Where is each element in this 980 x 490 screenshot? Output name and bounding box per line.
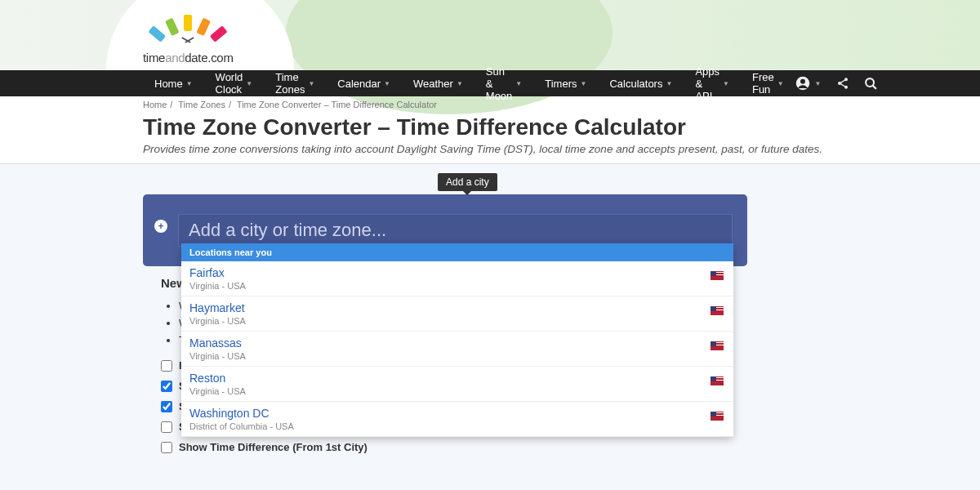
page-title: Time Zone Converter – Time Difference Ca… — [143, 114, 686, 140]
add-city-tooltip: Add a city — [438, 173, 497, 191]
city-region: Virginia - USA — [189, 386, 725, 396]
share-icon[interactable] — [836, 77, 849, 90]
svg-point-5 — [866, 78, 874, 87]
city-name: Fairfax — [189, 266, 725, 279]
logo-clock-icon — [180, 39, 196, 49]
site-logo[interactable]: timeanddate.com — [143, 7, 234, 65]
flag-us-icon — [710, 341, 724, 350]
nav-sun-moon[interactable]: Sun & Moon▼ — [474, 70, 533, 96]
nav-world-clock[interactable]: World Clock▼ — [204, 70, 265, 96]
nav-calculators[interactable]: Calculators▼ — [598, 70, 684, 96]
logo-bars-icon — [143, 7, 234, 39]
chevron-down-icon: ▼ — [777, 80, 784, 87]
chevron-down-icon: ▼ — [246, 80, 252, 87]
city-dropdown: Locations near you Fairfax Virginia - US… — [181, 243, 733, 437]
city-region: Virginia - USA — [189, 316, 725, 326]
chevron-down-icon: ▼ — [666, 80, 672, 87]
city-input[interactable] — [178, 214, 733, 247]
chevron-down-icon: ▼ — [186, 80, 193, 87]
nav-home[interactable]: Home▼ — [143, 70, 204, 96]
city-region: District of Columbia - USA — [189, 421, 725, 431]
main-nav: Home▼ World Clock▼ Time Zones▼ Calendar▼… — [0, 70, 980, 96]
city-region: Virginia - USA — [189, 281, 725, 291]
dropdown-item-manassas[interactable]: Manassas Virginia - USA — [181, 332, 733, 367]
nav-timers[interactable]: Timers▼ — [533, 70, 598, 96]
city-name: Reston — [189, 372, 725, 385]
city-region: Virginia - USA — [189, 351, 725, 361]
chevron-down-icon: ▼ — [457, 80, 463, 87]
chevron-down-icon: ▼ — [308, 80, 314, 87]
page-subtitle: Provides time zone conversions taking in… — [143, 143, 822, 155]
breadcrumb: Home/ Time Zones/ Time Zone Converter – … — [143, 100, 437, 109]
city-name: Manassas — [189, 336, 725, 350]
nav-free-fun[interactable]: Free Fun▼ — [741, 70, 795, 96]
nav-weather[interactable]: Weather▼ — [402, 70, 474, 96]
dropdown-header: Locations near you — [181, 243, 733, 261]
dropdown-item-haymarket[interactable]: Haymarket Virginia - USA — [181, 296, 733, 332]
nav-time-zones[interactable]: Time Zones▼ — [264, 70, 326, 96]
chevron-down-icon: ▼ — [515, 80, 522, 87]
logo-text: timeanddate.com — [143, 51, 234, 65]
chevron-down-icon: ▼ — [581, 80, 587, 87]
search-icon[interactable] — [864, 77, 878, 91]
breadcrumb-current: Time Zone Converter – Time Difference Ca… — [237, 100, 437, 109]
flag-us-icon — [710, 412, 724, 421]
dropdown-item-reston[interactable]: Reston Virginia - USA — [181, 367, 733, 402]
breadcrumb-home[interactable]: Home — [143, 100, 167, 109]
flag-us-icon — [710, 306, 724, 315]
chevron-down-icon: ▼ — [815, 80, 822, 87]
add-icon[interactable]: + — [154, 220, 167, 233]
nav-apps-api[interactable]: Apps & API▼ — [684, 70, 741, 96]
checkbox[interactable] — [161, 360, 172, 372]
user-icon[interactable] — [795, 76, 810, 91]
chevron-down-icon: ▼ — [723, 80, 729, 87]
svg-point-1 — [800, 79, 805, 84]
checkbox[interactable] — [161, 401, 172, 412]
header-arc — [286, 0, 612, 114]
nav-calendar[interactable]: Calendar▼ — [326, 70, 402, 96]
flag-us-icon — [710, 271, 724, 280]
flag-us-icon — [710, 376, 724, 385]
check-time-diff[interactable]: Show Time Difference (From 1st City) — [161, 441, 368, 453]
checkbox[interactable] — [161, 381, 172, 392]
checkbox[interactable] — [161, 442, 172, 453]
chevron-down-icon: ▼ — [384, 80, 390, 87]
city-name: Haymarket — [189, 301, 725, 314]
dropdown-item-washington[interactable]: Washington DC District of Columbia - USA — [181, 402, 733, 437]
city-name: Washington DC — [189, 407, 725, 420]
breadcrumb-timezones[interactable]: Time Zones — [178, 100, 225, 109]
checkbox[interactable] — [161, 421, 172, 433]
dropdown-item-fairfax[interactable]: Fairfax Virginia - USA — [181, 261, 733, 296]
